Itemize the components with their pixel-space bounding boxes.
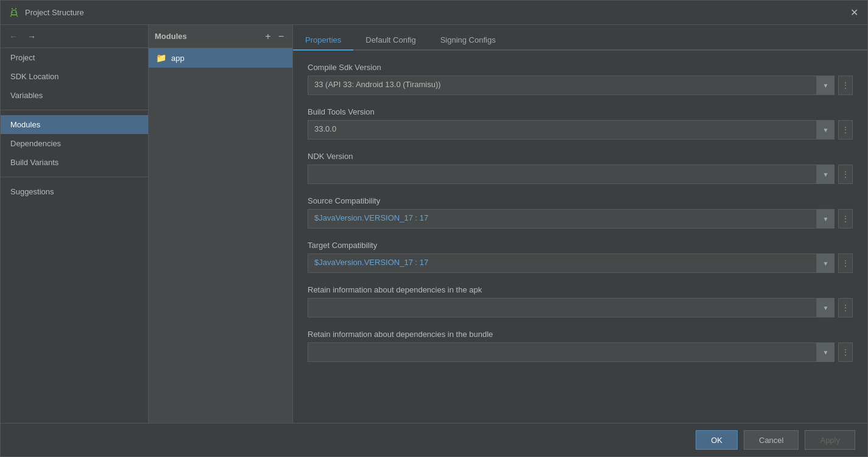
source-compatibility-label: Source Compatibility <box>308 196 853 205</box>
source-compatibility-info[interactable]: ⋮ <box>838 209 853 228</box>
tab-signing-configs[interactable]: Signing Configs <box>428 30 508 51</box>
source-compatibility-value: $JavaVersion.VERSION_17 : 17 <box>314 213 428 222</box>
ndk-version-select-wrapper: ▼ <box>308 165 834 184</box>
modules-panel: Modules + − 📁 app <box>149 25 293 423</box>
retain-apk-select-wrapper: ▼ <box>308 298 834 317</box>
target-compatibility-group: Target Compatibility $JavaVersion.VERSIO… <box>308 241 853 273</box>
retain-apk-label: Retain information about dependencies in… <box>308 285 853 294</box>
sidebar-item-sdk-location[interactable]: SDK Location <box>1 67 148 86</box>
sidebar: ← → Project SDK Location Variables Modul… <box>1 25 149 423</box>
ndk-version-group: NDK Version ▼ ⋮ <box>308 152 853 184</box>
target-compatibility-select-wrapper: $JavaVersion.VERSION_17 : 17 ▼ <box>308 253 834 273</box>
apply-button[interactable]: Apply <box>805 430 855 450</box>
target-compatibility-value: $JavaVersion.VERSION_17 : 17 <box>314 258 428 267</box>
sidebar-item-suggestions[interactable]: Suggestions <box>1 182 148 201</box>
compile-sdk-version-select[interactable]: 33 (API 33: Android 13.0 (Tiramisu)) <box>308 76 834 95</box>
sidebar-item-project[interactable]: Project <box>1 48 148 67</box>
module-item-app[interactable]: 📁 app <box>149 48 292 68</box>
retain-bundle-label: Retain information about dependencies in… <box>308 330 853 339</box>
sidebar-item-build-variants[interactable]: Build Variants <box>1 153 148 172</box>
forward-button[interactable]: → <box>25 30 38 43</box>
build-tools-version-row: 33.0.0 ▼ ⋮ <box>308 120 853 140</box>
form-content: Compile Sdk Version 33 (API 33: Android … <box>293 51 867 423</box>
retain-apk-row: ▼ ⋮ <box>308 298 853 317</box>
source-compatibility-row: $JavaVersion.VERSION_17 : 17 ▼ ⋮ <box>308 209 853 228</box>
modules-title: Modules <box>155 32 187 41</box>
target-compatibility-select[interactable]: $JavaVersion.VERSION_17 : 17 <box>308 253 834 273</box>
retain-bundle-row: ▼ ⋮ <box>308 342 853 362</box>
retain-apk-info[interactable]: ⋮ <box>838 298 853 317</box>
retain-bundle-group: Retain information about dependencies in… <box>308 330 853 362</box>
add-module-button[interactable]: + <box>263 32 273 41</box>
remove-module-button[interactable]: − <box>276 32 286 41</box>
back-button[interactable]: ← <box>7 30 20 43</box>
ndk-version-select[interactable] <box>308 165 834 184</box>
retain-bundle-info[interactable]: ⋮ <box>838 342 853 362</box>
sidebar-item-variables[interactable]: Variables <box>1 86 148 105</box>
sidebar-item-modules[interactable]: Modules <box>1 115 148 134</box>
folder-icon: 📁 <box>156 53 166 63</box>
ndk-version-info[interactable]: ⋮ <box>838 165 853 184</box>
build-tools-version-value: 33.0.0 <box>314 124 336 133</box>
modules-actions: + − <box>263 32 286 41</box>
build-tools-version-group: Build Tools Version 33.0.0 ▼ ⋮ <box>308 107 853 140</box>
retain-bundle-select-wrapper: ▼ <box>308 342 834 362</box>
tab-properties[interactable]: Properties <box>293 30 353 51</box>
target-compatibility-info[interactable]: ⋮ <box>838 253 853 273</box>
svg-point-1 <box>15 12 16 13</box>
title-bar: Project Structure ✕ <box>1 1 867 25</box>
ndk-version-row: ▼ ⋮ <box>308 165 853 184</box>
compile-sdk-version-group: Compile Sdk Version 33 (API 33: Android … <box>308 63 853 95</box>
ndk-version-label: NDK Version <box>308 152 853 161</box>
tab-default-config[interactable]: Default Config <box>353 30 428 51</box>
source-compatibility-select[interactable]: $JavaVersion.VERSION_17 : 17 <box>308 209 834 228</box>
close-button[interactable]: ✕ <box>848 7 860 19</box>
main-content: ← → Project SDK Location Variables Modul… <box>1 25 867 423</box>
compile-sdk-version-select-wrapper: 33 (API 33: Android 13.0 (Tiramisu)) ▼ <box>308 76 834 95</box>
main-panel: Properties Default Config Signing Config… <box>293 25 867 423</box>
retain-apk-select[interactable] <box>308 298 834 317</box>
sidebar-divider-2 <box>1 177 148 177</box>
module-name: app <box>171 54 185 63</box>
target-compatibility-label: Target Compatibility <box>308 241 853 250</box>
sidebar-item-dependencies[interactable]: Dependencies <box>1 134 148 153</box>
ok-button[interactable]: OK <box>696 430 738 450</box>
source-compatibility-select-wrapper: $JavaVersion.VERSION_17 : 17 ▼ <box>308 209 834 228</box>
svg-point-0 <box>12 12 13 13</box>
sidebar-divider-1 <box>1 110 148 110</box>
compile-sdk-version-row: 33 (API 33: Android 13.0 (Tiramisu)) ▼ ⋮ <box>308 76 853 95</box>
cancel-button[interactable]: Cancel <box>744 430 799 450</box>
target-compatibility-row: $JavaVersion.VERSION_17 : 17 ▼ ⋮ <box>308 253 853 273</box>
build-tools-version-label: Build Tools Version <box>308 107 853 116</box>
source-compatibility-group: Source Compatibility $JavaVersion.VERSIO… <box>308 196 853 228</box>
retain-bundle-select[interactable] <box>308 342 834 362</box>
compile-sdk-version-label: Compile Sdk Version <box>308 63 853 72</box>
build-tools-version-select-wrapper: 33.0.0 ▼ <box>308 120 834 140</box>
nav-arrows: ← → <box>1 25 148 48</box>
build-tools-version-select[interactable]: 33.0.0 <box>308 120 834 140</box>
android-icon <box>8 7 20 19</box>
bottom-bar: OK Cancel Apply <box>1 423 867 456</box>
modules-header: Modules + − <box>149 25 292 48</box>
window-title: Project Structure <box>25 8 84 17</box>
tabs-bar: Properties Default Config Signing Config… <box>293 25 867 51</box>
build-tools-version-info[interactable]: ⋮ <box>838 120 853 140</box>
retain-apk-group: Retain information about dependencies in… <box>308 285 853 317</box>
compile-sdk-version-info[interactable]: ⋮ <box>838 76 853 95</box>
compile-sdk-version-value: 33 (API 33: Android 13.0 (Tiramisu)) <box>314 80 441 89</box>
project-structure-window: Project Structure ✕ ← → Project SDK Loca… <box>0 0 868 457</box>
